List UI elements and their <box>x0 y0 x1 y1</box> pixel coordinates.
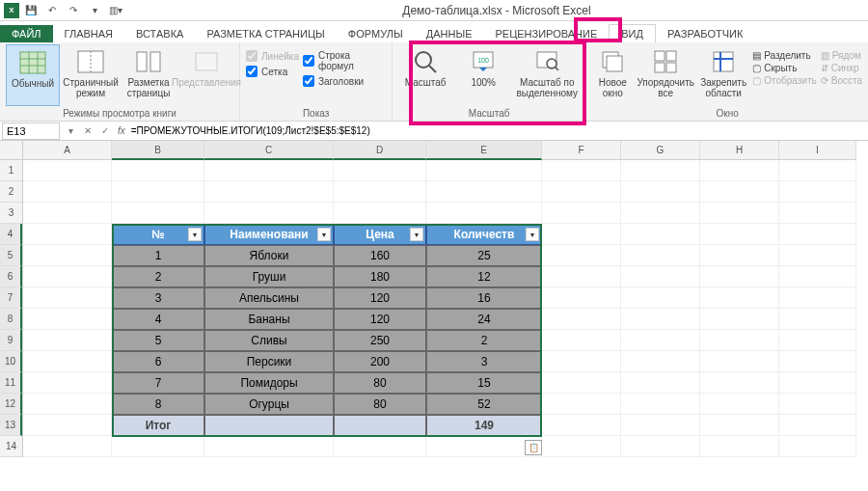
reset-window-button[interactable]: ⟳Восста <box>821 75 862 86</box>
row-header-10[interactable]: 10 <box>0 351 22 372</box>
cell[interactable] <box>700 330 779 351</box>
cell[interactable] <box>204 436 334 457</box>
col-header-f[interactable]: F <box>542 141 621 160</box>
undo-button[interactable]: ↶ <box>42 2 62 19</box>
row-header-1[interactable]: 1 <box>0 160 22 181</box>
cell[interactable]: 149 <box>426 415 542 436</box>
col-header-i[interactable]: I <box>779 141 856 160</box>
cell[interactable] <box>334 203 426 224</box>
cell[interactable]: Бананы <box>204 309 334 330</box>
cell[interactable] <box>542 372 621 394</box>
cell[interactable] <box>23 160 112 181</box>
cell[interactable] <box>779 224 856 245</box>
cell[interactable] <box>334 160 426 181</box>
col-header-g[interactable]: G <box>621 141 700 160</box>
cell[interactable]: Груши <box>204 266 334 287</box>
cell[interactable]: 7 <box>112 372 204 394</box>
cell[interactable]: Количеств▼ <box>426 224 542 245</box>
cell[interactable] <box>779 415 856 436</box>
cell[interactable] <box>542 181 621 203</box>
redo-button[interactable]: ↷ <box>64 2 83 19</box>
enter-formula-icon[interactable]: ✓ <box>96 125 114 136</box>
filter-dropdown-icon[interactable]: ▼ <box>188 228 202 241</box>
cell[interactable]: Цена▼ <box>334 224 426 245</box>
cell[interactable] <box>23 203 112 224</box>
cell[interactable] <box>542 309 621 330</box>
row-header-9[interactable]: 9 <box>0 330 22 351</box>
formula-check-input[interactable] <box>303 55 314 67</box>
cell[interactable]: 24 <box>426 309 542 330</box>
cell[interactable] <box>334 181 426 203</box>
row-header-8[interactable]: 8 <box>0 309 22 330</box>
col-header-e[interactable]: E <box>426 141 542 160</box>
cell[interactable]: 120 <box>334 309 426 330</box>
sync-scroll-button[interactable]: ⇵Синхр <box>821 63 862 73</box>
cell[interactable] <box>779 330 856 351</box>
split-button[interactable]: ▤Разделить <box>752 50 817 61</box>
cell[interactable] <box>621 245 700 266</box>
cell[interactable] <box>779 309 856 330</box>
tab-formulas[interactable]: ФОРМУЛЫ <box>337 25 415 42</box>
cell[interactable] <box>204 181 334 203</box>
cell[interactable] <box>700 309 779 330</box>
normal-view-button[interactable]: Обычный <box>6 44 60 106</box>
cell[interactable]: 120 <box>334 287 426 309</box>
fx-icon[interactable]: fx <box>114 125 129 136</box>
cell[interactable]: 200 <box>334 351 426 372</box>
cell[interactable] <box>23 245 112 266</box>
cell[interactable]: 1 <box>112 245 204 266</box>
new-window-button[interactable]: Новое окно <box>592 44 633 106</box>
cell[interactable] <box>112 203 204 224</box>
cell[interactable]: 52 <box>426 394 542 415</box>
cell[interactable] <box>542 224 621 245</box>
cell[interactable] <box>542 351 621 372</box>
save-button[interactable]: 💾 <box>21 2 41 19</box>
cell[interactable]: 160 <box>334 245 426 266</box>
cell[interactable] <box>204 415 334 436</box>
formula-bar-checkbox[interactable]: Строка формул <box>303 50 386 71</box>
col-header-h[interactable]: H <box>700 141 779 160</box>
cell[interactable]: 3 <box>426 351 542 372</box>
unhide-button[interactable]: ▢Отобразить <box>752 75 817 86</box>
col-header-b[interactable]: B <box>112 141 204 160</box>
cell[interactable] <box>621 287 700 309</box>
cell[interactable]: 25 <box>426 245 542 266</box>
cancel-formula-icon[interactable]: ✕ <box>79 125 96 136</box>
tab-developer[interactable]: РАЗРАБОТЧИК <box>656 25 754 42</box>
cell[interactable] <box>779 160 856 181</box>
page-break-button[interactable]: Страничный режим <box>64 44 118 106</box>
cell[interactable]: 15 <box>426 372 542 394</box>
col-header-d[interactable]: D <box>334 141 426 160</box>
cell[interactable] <box>779 203 856 224</box>
cell[interactable] <box>700 351 779 372</box>
cell[interactable] <box>779 372 856 394</box>
row-header-3[interactable]: 3 <box>0 203 22 224</box>
cell[interactable]: Сливы <box>204 330 334 351</box>
filter-dropdown-icon[interactable]: ▼ <box>410 228 423 241</box>
cell[interactable]: №▼ <box>112 224 204 245</box>
cell[interactable] <box>23 287 112 309</box>
cell[interactable] <box>621 394 700 415</box>
row-header-14[interactable]: 14 <box>0 436 22 457</box>
cell[interactable] <box>204 160 334 181</box>
cell[interactable] <box>112 436 204 457</box>
cell[interactable] <box>23 224 112 245</box>
cell[interactable]: 2 <box>112 266 204 287</box>
cell[interactable] <box>621 330 700 351</box>
freeze-panes-button[interactable]: Закрепить области <box>698 44 748 106</box>
cell[interactable] <box>426 181 542 203</box>
cell[interactable] <box>23 394 112 415</box>
cell[interactable]: 80 <box>334 394 426 415</box>
cell[interactable] <box>23 372 112 394</box>
cell[interactable]: Наименовани▼ <box>204 224 334 245</box>
row-header-12[interactable]: 12 <box>0 394 22 415</box>
cell[interactable] <box>23 351 112 372</box>
filter-dropdown-icon[interactable]: ▼ <box>526 228 539 241</box>
cell[interactable] <box>334 415 426 436</box>
cell[interactable] <box>542 287 621 309</box>
cell[interactable] <box>700 160 779 181</box>
cell[interactable] <box>700 287 779 309</box>
cell[interactable] <box>542 330 621 351</box>
headings-checkbox[interactable]: Заголовки <box>303 75 386 87</box>
cell[interactable] <box>204 203 334 224</box>
